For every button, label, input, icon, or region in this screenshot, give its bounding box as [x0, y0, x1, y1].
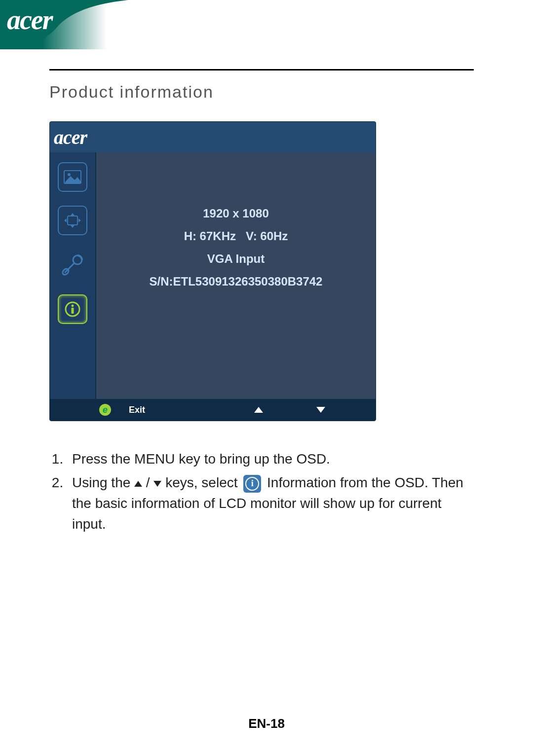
instruction-list: Press the MENU key to bring up the OSD. …: [49, 449, 474, 535]
osd-bottom-bar: e Exit: [50, 399, 376, 421]
svg-rect-7: [72, 308, 74, 314]
page-content: Product information acer 1920: [49, 69, 474, 538]
page-header: acer: [0, 0, 533, 49]
page-number: EN-18: [0, 716, 533, 731]
osd-down-arrow-icon[interactable]: [316, 407, 325, 413]
instruction-step-1: Press the MENU key to bring up the OSD.: [67, 449, 474, 469]
svg-point-1: [68, 173, 71, 176]
empowering-icon[interactable]: e: [99, 404, 111, 416]
up-arrow-icon: [134, 481, 142, 487]
osd-exit-label[interactable]: Exit: [129, 405, 145, 415]
brand-logo: acer: [7, 4, 52, 36]
info-resolution: 1920 x 1080: [203, 207, 268, 220]
info-input: VGA Input: [207, 252, 265, 266]
step2-text-b: /: [142, 475, 153, 490]
instruction-step-2: Using the / keys, select i Information f…: [67, 472, 474, 535]
step2-text-a: Using the: [72, 475, 134, 490]
svg-rect-2: [68, 216, 77, 225]
osd-info-panel: 1920 x 1080 H: 67KHz V: 60Hz VGA Input S…: [96, 152, 376, 399]
osd-title-bar: acer: [50, 122, 376, 152]
picture-icon[interactable]: [58, 162, 87, 192]
step2-text-c: keys, select: [161, 475, 241, 490]
down-arrow-icon: [153, 481, 161, 487]
info-badge-icon: i: [243, 475, 261, 493]
osd-body: 1920 x 1080 H: 67KHz V: 60Hz VGA Input S…: [50, 152, 376, 399]
osd-up-arrow-icon[interactable]: [254, 407, 263, 413]
information-icon[interactable]: [58, 294, 87, 324]
horizontal-rule: [49, 69, 474, 71]
osd-logo: acer: [54, 126, 87, 149]
step1-text: Press the MENU key to bring up the OSD.: [72, 451, 330, 467]
osd-sidebar: [50, 152, 96, 399]
position-icon[interactable]: [58, 206, 87, 235]
section-title: Product information: [49, 82, 474, 102]
settings-icon[interactable]: [57, 249, 88, 281]
svg-point-6: [72, 305, 74, 307]
osd-screenshot: acer 1920 x 1080 H: 67KHz V: 60Hz: [49, 121, 376, 421]
info-frequency: H: 67KHz V: 60Hz: [184, 229, 288, 243]
info-serial: S/N:ETL53091326350380B3742: [150, 275, 323, 288]
